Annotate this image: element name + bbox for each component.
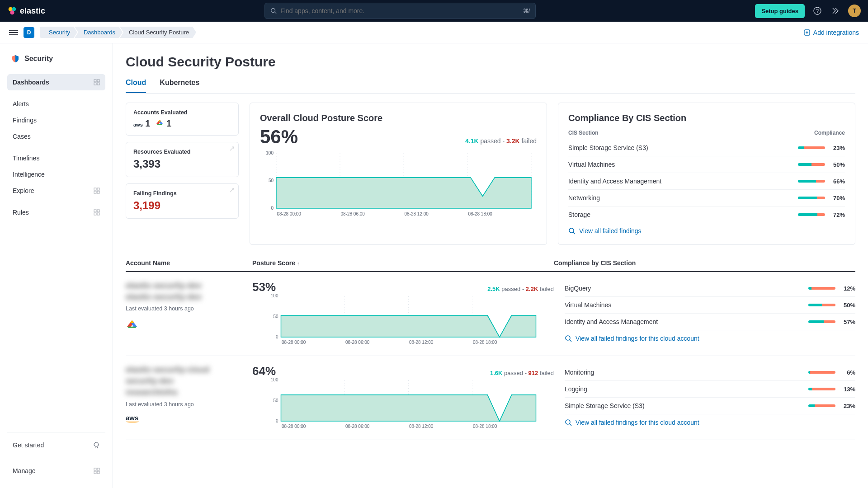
breadcrumb-bar: D Security Dashboards Cloud Security Pos… (0, 22, 868, 43)
svg-point-38 (569, 228, 574, 233)
grid-icon (94, 209, 100, 216)
account-passfail: 1.6K passed - 912 failed (490, 370, 554, 376)
compliance-pct: 50% (840, 302, 855, 309)
sidebar: Security Dashboards Alerts Findings Case… (0, 43, 113, 488)
svg-rect-18 (94, 210, 96, 212)
compliance-pct: 70% (830, 195, 845, 202)
view-account-failed-findings-link[interactable]: View all failed findings for this cloud … (565, 335, 855, 342)
svg-text:08-28 06:00: 08-28 06:00 (345, 340, 370, 345)
card-compliance-by-section: Compliance By CIS Section CIS Section Co… (558, 103, 855, 245)
svg-text:50: 50 (273, 398, 278, 403)
card-failing-findings[interactable]: Failing Findings 3,199 (126, 183, 239, 219)
add-integrations-button[interactable]: Add integrations (803, 29, 859, 36)
compliance-row: Virtual Machines 50% (568, 156, 845, 173)
compliance-bar (798, 213, 825, 216)
newsfeed-icon[interactable] (830, 5, 841, 16)
setup-guides-button[interactable]: Setup guides (755, 4, 805, 18)
svg-text:0: 0 (276, 334, 278, 339)
svg-point-66 (566, 420, 570, 424)
svg-rect-10 (94, 80, 96, 82)
svg-rect-11 (97, 80, 99, 82)
compliance-row: Monitoring 6% (565, 364, 855, 381)
svg-line-53 (570, 340, 571, 342)
svg-rect-24 (94, 471, 96, 474)
compliance-section-name: Networking (568, 194, 600, 202)
account-name-blurred: elastic-security-cloudsecurity-devresear… (126, 364, 252, 399)
sidebar-item-intelligence[interactable]: Intelligence (7, 166, 105, 183)
kbd-hint: ⌘/ (523, 8, 530, 14)
compliance-row: Identity and Access Management 57% (565, 314, 855, 330)
help-icon[interactable]: ? (812, 5, 823, 16)
svg-text:08-28 06:00: 08-28 06:00 (341, 211, 365, 216)
expand-icon (229, 146, 235, 151)
sidebar-item-explore[interactable]: Explore (7, 183, 105, 199)
nav-toggle-icon[interactable] (9, 30, 18, 35)
compliance-bar (798, 197, 825, 199)
compliance-row: BigQuery 12% (565, 280, 855, 297)
sort-posture-score[interactable]: Posture Score↑ (252, 259, 554, 267)
sidebar-item-manage[interactable]: Manage (7, 463, 105, 479)
compliance-row: Logging 13% (565, 381, 855, 398)
compliance-bar (808, 404, 835, 407)
page-title: Cloud Security Posture (126, 54, 855, 70)
breadcrumbs: Security Dashboards Cloud Security Postu… (40, 27, 196, 38)
search-icon (270, 8, 277, 14)
search-icon (565, 419, 572, 426)
tab-cloud[interactable]: Cloud (126, 79, 146, 93)
svg-rect-22 (94, 468, 96, 470)
svg-text:08-28 12:00: 08-28 12:00 (409, 340, 434, 345)
card-resources-evaluated[interactable]: Resources Evaluated 3,393 (126, 142, 239, 177)
svg-rect-20 (94, 213, 96, 215)
view-account-failed-findings-link[interactable]: View all failed findings for this cloud … (565, 419, 855, 426)
space-badge[interactable]: D (24, 27, 34, 38)
svg-text:100: 100 (271, 294, 278, 298)
compliance-section-name: Monitoring (565, 369, 594, 376)
compliance-pct: 23% (830, 145, 845, 151)
account-name-blurred: elastic-security-develastic-security-dev (126, 280, 252, 303)
grid-icon (94, 468, 100, 474)
sidebar-item-timelines[interactable]: Timelines (7, 150, 105, 166)
aws-logo-icon: aws (133, 122, 143, 127)
view-all-failed-findings-link[interactable]: View all failed findings (568, 227, 845, 235)
top-header: elastic ⌘/ Setup guides ? T (0, 0, 868, 22)
compliance-bar (808, 287, 835, 290)
compliance-pct: 66% (830, 178, 845, 185)
svg-text:08-28 00:00: 08-28 00:00 (282, 424, 306, 429)
sidebar-item-findings[interactable]: Findings (7, 112, 105, 128)
compliance-pct: 12% (840, 285, 855, 292)
sidebar-item-get-started[interactable]: Get started (7, 437, 105, 453)
svg-rect-19 (97, 210, 99, 212)
compliance-row: Simple Storage Service (S3) 23% (568, 140, 845, 156)
crumb-security[interactable]: Security (40, 27, 77, 38)
user-avatar[interactable]: T (848, 5, 861, 17)
global-search[interactable]: ⌘/ (264, 3, 536, 19)
compliance-row: Identity and Access Management 66% (568, 173, 845, 190)
compliance-section-name: Simple Storage Service (S3) (568, 144, 648, 151)
svg-line-67 (570, 424, 571, 426)
sidebar-item-rules[interactable]: Rules (7, 204, 105, 221)
svg-text:08-28 12:00: 08-28 12:00 (405, 211, 429, 216)
svg-point-3 (271, 9, 275, 13)
compliance-bar (798, 163, 825, 166)
search-input[interactable] (280, 7, 519, 14)
overall-passfail: 4.1K passed - 3.2K failed (465, 137, 537, 145)
gcp-logo-icon (156, 118, 164, 129)
sidebar-item-alerts[interactable]: Alerts (7, 96, 105, 112)
security-shield-icon (11, 54, 20, 63)
account-posture-score: 64% (252, 364, 276, 378)
sidebar-item-cases[interactable]: Cases (7, 128, 105, 145)
brand-text: elastic (20, 6, 45, 16)
svg-line-39 (573, 232, 575, 234)
sidebar-item-dashboards[interactable]: Dashboards (7, 74, 105, 90)
tab-kubernetes[interactable]: Kubernetes (160, 79, 199, 93)
compliance-bar (808, 388, 835, 390)
elastic-logo[interactable]: elastic (7, 6, 45, 16)
crumb-dashboards[interactable]: Dashboards (75, 27, 123, 38)
sort-ascending-icon: ↑ (297, 261, 300, 266)
compliance-bar (808, 304, 835, 306)
svg-text:100: 100 (271, 378, 278, 382)
svg-rect-16 (94, 191, 96, 193)
svg-text:50: 50 (269, 178, 274, 183)
search-icon (568, 227, 576, 235)
expand-icon (229, 188, 235, 193)
